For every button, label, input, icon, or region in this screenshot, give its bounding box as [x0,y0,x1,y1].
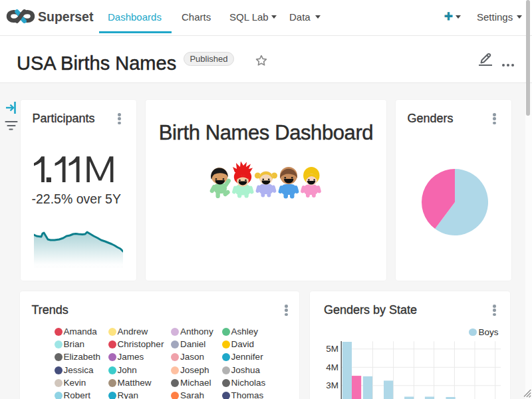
svg-text:5M: 5M [326,344,338,354]
svg-text:4M: 4M [326,362,338,372]
svg-text:3M: 3M [326,380,338,390]
